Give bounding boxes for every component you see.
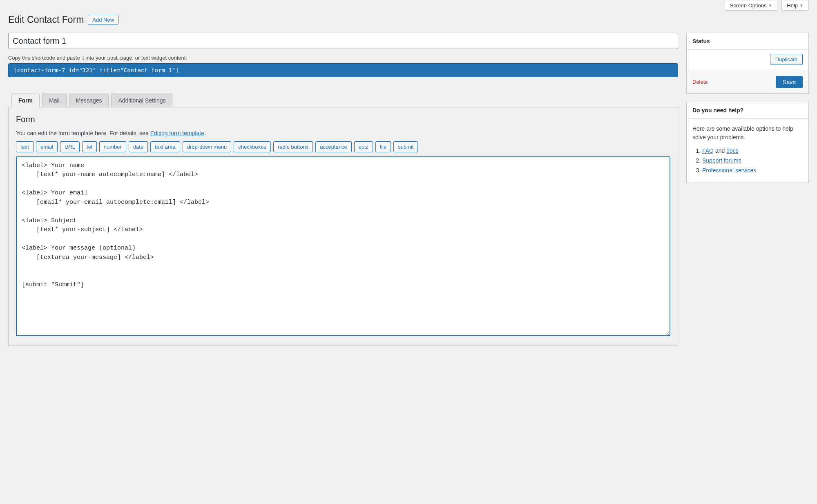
tag-button-number[interactable]: number bbox=[99, 141, 126, 152]
tag-button-file[interactable]: file bbox=[375, 141, 391, 152]
status-metabox: Status Duplicate Delete Save bbox=[686, 33, 809, 94]
tag-button-text[interactable]: text bbox=[16, 141, 33, 152]
professional-services-link[interactable]: Professional services bbox=[702, 167, 756, 174]
tag-button-acceptance[interactable]: acceptance bbox=[315, 141, 352, 152]
tag-button-radio-buttons[interactable]: radio buttons bbox=[273, 141, 313, 152]
save-button[interactable]: Save bbox=[776, 76, 803, 88]
chevron-down-icon: ▼ bbox=[768, 3, 772, 8]
tag-button-URL[interactable]: URL bbox=[60, 141, 80, 152]
tab-messages[interactable]: Messages bbox=[69, 94, 109, 107]
screen-options-label: Screen Options bbox=[730, 2, 767, 9]
screen-options-button[interactable]: Screen Options ▼ bbox=[725, 1, 778, 11]
tag-button-submit[interactable]: submit bbox=[393, 141, 418, 152]
shortcode-instruction: Copy this shortcode and paste it into yo… bbox=[8, 55, 678, 61]
tag-button-tel[interactable]: tel bbox=[82, 141, 97, 152]
and-text: and bbox=[714, 147, 726, 154]
tag-generator-toolbar: textemailURLtelnumberdatetext areadrop-d… bbox=[16, 141, 670, 152]
form-template-textarea[interactable] bbox=[16, 156, 670, 336]
tag-button-quiz[interactable]: quiz bbox=[354, 141, 373, 152]
help-label: Help bbox=[787, 2, 798, 9]
tag-button-email[interactable]: email bbox=[36, 141, 58, 152]
delete-link[interactable]: Delete bbox=[692, 79, 708, 85]
help-button[interactable]: Help ▼ bbox=[781, 1, 809, 11]
help-item-support: Support forums bbox=[702, 157, 803, 164]
editing-template-link[interactable]: Editing form template bbox=[150, 130, 204, 136]
page-title: Edit Contact Form bbox=[8, 14, 84, 26]
panel-title: Form bbox=[16, 115, 670, 124]
help-title: Do you need help? bbox=[692, 107, 803, 114]
help-intro: Here are some available options to help … bbox=[692, 125, 803, 142]
tab-form[interactable]: Form bbox=[11, 94, 40, 107]
panel-desc-prefix: You can edit the form template here. For… bbox=[16, 130, 150, 136]
tag-button-text-area[interactable]: text area bbox=[150, 141, 180, 152]
chevron-down-icon: ▼ bbox=[799, 3, 804, 8]
status-title: Status bbox=[692, 38, 803, 45]
tag-button-checkboxes[interactable]: checkboxes bbox=[234, 141, 271, 152]
tab-additional-settings[interactable]: Additional Settings bbox=[111, 94, 172, 107]
panel-desc-suffix: . bbox=[204, 130, 206, 136]
tag-button-date[interactable]: date bbox=[129, 141, 148, 152]
add-new-button[interactable]: Add New bbox=[88, 15, 118, 25]
form-title-input[interactable] bbox=[8, 33, 678, 49]
duplicate-button[interactable]: Duplicate bbox=[770, 54, 803, 65]
help-item-pro: Professional services bbox=[702, 167, 803, 174]
tab-mail[interactable]: Mail bbox=[42, 94, 67, 107]
tag-button-drop-down-menu[interactable]: drop-down menu bbox=[183, 141, 232, 152]
docs-link[interactable]: docs bbox=[726, 147, 739, 154]
support-forums-link[interactable]: Support forums bbox=[702, 157, 741, 164]
faq-link[interactable]: FAQ bbox=[702, 147, 714, 154]
shortcode-display[interactable]: [contact-form-7 id="321" title="Contact … bbox=[8, 63, 678, 77]
help-item-faq-docs: FAQ and docs bbox=[702, 147, 803, 154]
panel-description: You can edit the form template here. For… bbox=[16, 130, 670, 136]
help-metabox: Do you need help? Here are some availabl… bbox=[686, 102, 809, 183]
